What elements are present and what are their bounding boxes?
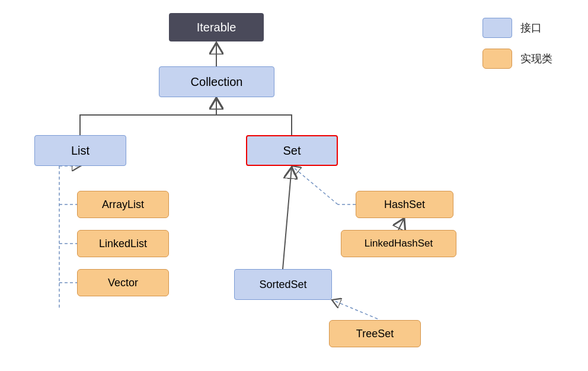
legend-impl: 实现类 <box>482 49 552 69</box>
legend-impl-label: 实现类 <box>520 52 552 66</box>
legend-interface: 接口 <box>482 18 552 38</box>
node-treeset: TreeSet <box>329 320 421 347</box>
svg-line-10 <box>398 218 404 230</box>
legend-interface-label: 接口 <box>520 21 542 35</box>
legend: 接口 实现类 <box>482 18 552 69</box>
node-vector: Vector <box>77 269 169 296</box>
svg-line-8 <box>292 166 338 204</box>
node-iterable: Iterable <box>169 13 264 41</box>
node-hashset: HashSet <box>356 191 453 218</box>
node-sortedset: SortedSet <box>234 269 332 300</box>
diagram-container: Iterable Collection List Set ArrayList L… <box>0 0 588 371</box>
svg-line-9 <box>283 167 292 269</box>
node-linkedlist: LinkedList <box>77 230 169 257</box>
svg-line-11 <box>332 300 378 319</box>
node-arraylist: ArrayList <box>77 191 169 218</box>
legend-impl-box <box>482 49 512 69</box>
node-linkedhashset: LinkedHashSet <box>341 230 456 257</box>
legend-interface-box <box>482 18 512 38</box>
node-set: Set <box>246 135 338 166</box>
node-list: List <box>34 135 126 166</box>
node-collection: Collection <box>159 66 274 97</box>
